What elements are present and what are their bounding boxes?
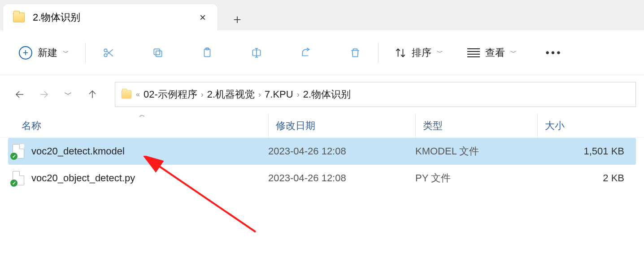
folder-icon (13, 13, 25, 22)
rename-button[interactable] (245, 42, 268, 64)
plus-icon: + (19, 46, 32, 60)
breadcrumb-item[interactable]: 7.KPU (265, 89, 293, 100)
breadcrumb-item[interactable]: 2.机器视觉 (207, 88, 255, 101)
view-label: 查看 (485, 46, 505, 60)
list-icon (467, 48, 480, 57)
share-button[interactable] (295, 42, 317, 64)
column-header-type[interactable]: 类型 (415, 114, 537, 137)
breadcrumb[interactable]: « 02-示例程序 › 2.机器视觉 › 7.KPU › 2.物体识别 (115, 82, 636, 107)
sort-indicator-icon: ︿ (139, 111, 145, 119)
file-row[interactable]: ✓ voc20_detect.kmodel 2023-04-26 12:08 K… (8, 138, 636, 165)
view-button[interactable]: 查看 ﹀ (463, 42, 521, 64)
back-button[interactable] (8, 83, 31, 106)
breadcrumb-item[interactable]: 02-示例程序 (144, 88, 197, 101)
close-tab-button[interactable]: × (196, 11, 209, 24)
separator (378, 43, 379, 63)
chevron-right-icon: › (297, 90, 300, 99)
breadcrumb-overflow[interactable]: « (136, 90, 140, 98)
trash-icon (349, 47, 361, 59)
breadcrumb-item[interactable]: 2.物体识别 (303, 88, 351, 101)
file-row[interactable]: ✓ voc20_object_detect.py 2023-04-26 12:0… (0, 165, 644, 192)
file-name: voc20_object_detect.py (31, 172, 135, 184)
toolbar: + 新建 ﹀ 排序 ﹀ 查看 ﹀ ••• (0, 30, 644, 75)
more-button[interactable]: ••• (543, 42, 565, 64)
column-size-label: 大小 (545, 119, 565, 133)
svg-rect-5 (154, 49, 160, 55)
chevron-down-icon: ﹀ (510, 49, 517, 57)
file-date: 2023-04-26 12:08 (268, 172, 415, 184)
forward-button[interactable] (32, 83, 56, 106)
delete-button[interactable] (344, 42, 366, 64)
file-icon: ✓ (13, 171, 24, 185)
file-type: KMODEL 文件 (415, 145, 537, 158)
sort-label: 排序 (412, 46, 431, 60)
tab-bar: 2.物体识别 × ＋ (0, 0, 644, 30)
sort-icon (395, 47, 406, 59)
rename-icon (251, 47, 262, 59)
tab-title: 2.物体识别 (33, 11, 80, 24)
folder-icon (122, 90, 131, 99)
arrow-up-icon (87, 89, 98, 100)
copy-button[interactable] (147, 42, 169, 64)
clipboard-icon (201, 47, 213, 59)
column-name-label: 名称 (22, 119, 41, 133)
chevron-down-icon: ﹀ (64, 89, 72, 100)
column-header-name[interactable]: 名称 (0, 119, 268, 133)
file-size: 2 KB (537, 172, 624, 184)
separator (85, 43, 86, 63)
new-tab-button[interactable]: ＋ (226, 8, 248, 30)
up-button[interactable] (81, 83, 104, 106)
scissors-icon (103, 47, 114, 59)
chevron-down-icon: ﹀ (437, 49, 443, 57)
copy-icon (152, 47, 164, 59)
column-type-label: 类型 (423, 119, 443, 133)
svg-rect-4 (156, 51, 162, 56)
sort-button[interactable]: 排序 ﹀ (390, 42, 448, 64)
column-header-size[interactable]: 大小 (537, 114, 644, 137)
nav-row: ﹀ « 02-示例程序 › 2.机器视觉 › 7.KPU › 2.物体识别 (0, 75, 644, 114)
more-icon: ••• (545, 47, 562, 59)
share-icon (300, 47, 312, 59)
active-tab[interactable]: 2.物体识别 × (3, 4, 218, 30)
file-size: 1,501 KB (537, 145, 624, 157)
chevron-right-icon: › (258, 90, 261, 99)
column-headers: ︿ 名称 修改日期 类型 大小 (0, 114, 644, 138)
file-type: PY 文件 (415, 171, 537, 185)
file-list: ✓ voc20_detect.kmodel 2023-04-26 12:08 K… (0, 138, 644, 192)
chevron-down-icon: ﹀ (63, 49, 69, 57)
cut-button[interactable] (97, 42, 120, 64)
column-date-label: 修改日期 (276, 119, 315, 133)
chevron-right-icon: › (201, 90, 204, 99)
new-label: 新建 (38, 46, 57, 60)
paste-button[interactable] (196, 42, 218, 64)
arrow-right-icon (39, 89, 49, 100)
recent-dropdown-button[interactable]: ﹀ (57, 83, 80, 106)
new-button[interactable]: + 新建 ﹀ (14, 42, 74, 64)
column-header-date[interactable]: 修改日期 (268, 114, 415, 137)
file-name: voc20_detect.kmodel (31, 145, 125, 157)
file-icon: ✓ (13, 144, 24, 158)
file-date: 2023-04-26 12:08 (268, 145, 415, 157)
arrow-left-icon (14, 89, 25, 100)
